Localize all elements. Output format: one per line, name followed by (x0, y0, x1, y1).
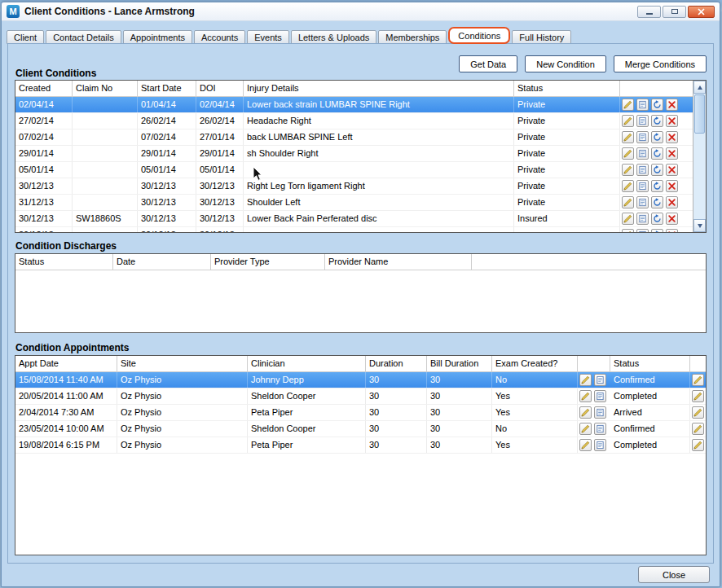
appointments-header-row: Appt DateSiteClinicianDurationBill Durat… (15, 356, 706, 372)
delete-icon[interactable] (666, 213, 678, 225)
scroll-up-button[interactable] (693, 81, 706, 94)
letter-icon[interactable] (594, 390, 606, 402)
cell-bill_duration: 30 (427, 388, 492, 404)
edit-pencil-icon[interactable] (692, 406, 704, 419)
edit-pencil-icon[interactable] (622, 164, 634, 176)
edit-pencil-icon[interactable] (692, 439, 704, 451)
edit-pencil-icon[interactable] (622, 196, 634, 208)
condition-row[interactable]: 30/12/13SW18860S30/12/1330/12/13Lower Ba… (15, 211, 693, 227)
edit-pencil-icon[interactable] (579, 423, 592, 435)
edit-pencil-icon[interactable] (622, 229, 634, 232)
condition-row[interactable]: 31/12/1330/12/1330/12/13Shoulder LeftPri… (15, 195, 693, 211)
edit-pencil-icon[interactable] (579, 439, 592, 451)
appointment-row[interactable]: 23/05/2014 10:00 AMOz PhysioSheldon Coop… (15, 421, 706, 437)
cell-appt_date: 23/05/2014 10:00 AM (15, 421, 117, 437)
edit-pencil-icon[interactable] (622, 180, 634, 192)
cell-status: Confirmed (610, 421, 690, 437)
new-condition-button[interactable]: New Condition (525, 55, 606, 72)
letter-icon[interactable] (636, 229, 649, 232)
tab-full-history[interactable]: Full History (512, 30, 571, 44)
reopen-icon[interactable] (651, 213, 663, 225)
delete-icon[interactable] (666, 99, 678, 111)
reopen-icon[interactable] (651, 147, 663, 160)
tab-conditions[interactable]: Conditions (448, 27, 510, 44)
letter-icon[interactable] (636, 115, 649, 127)
letter-icon[interactable] (594, 374, 606, 386)
edit-pencil-icon[interactable] (622, 99, 634, 111)
maximize-button[interactable] (663, 6, 686, 18)
edit-pencil-icon[interactable] (692, 390, 704, 402)
edit-pencil-icon[interactable] (579, 374, 592, 386)
cell-bill_duration: 30 (427, 405, 492, 420)
cell-created: 27/02/14 (15, 113, 73, 129)
edit-pencil-icon[interactable] (579, 406, 592, 419)
condition-row[interactable]: 30/12/1330/12/1330/12/13 (15, 227, 693, 232)
toolbar: Get Data New Condition Merge Conditions (459, 55, 707, 72)
condition-row[interactable]: 02/04/1401/04/1402/04/14Lower back strai… (15, 97, 693, 113)
delete-icon[interactable] (666, 180, 678, 192)
title-bar[interactable]: M Client Conditions - Lance Armstrong (2, 2, 720, 21)
edit-pencil-icon[interactable] (622, 213, 634, 225)
appointment-row[interactable]: 20/05/2014 11:00 AMOz PhysioSheldon Coop… (15, 388, 706, 405)
cell-duration: 30 (366, 437, 427, 453)
reopen-icon[interactable] (651, 229, 663, 232)
delete-icon[interactable] (666, 147, 678, 160)
delete-icon[interactable] (666, 115, 678, 127)
reopen-icon[interactable] (651, 164, 663, 176)
edit-pencil-icon[interactable] (622, 147, 634, 160)
tab-appointments[interactable]: Appointments (123, 30, 192, 44)
cell-status: Private (514, 97, 620, 112)
delete-icon[interactable] (666, 164, 678, 176)
reopen-icon[interactable] (651, 131, 663, 143)
condition-row[interactable]: 29/01/1429/01/1429/01/14sh Shoulder Righ… (15, 146, 693, 162)
scroll-track[interactable] (693, 94, 706, 219)
column-header-status: Status (514, 81, 620, 96)
appointment-row[interactable]: 19/08/2014 6:15 PMOz PhysioPeta Piper303… (15, 437, 706, 454)
close-window-button[interactable] (688, 6, 715, 18)
letter-icon[interactable] (594, 423, 606, 435)
tab-memberships[interactable]: Memberships (378, 30, 447, 44)
get-data-button[interactable]: Get Data (459, 55, 517, 72)
close-button[interactable]: Close (638, 566, 710, 583)
condition-row[interactable]: 30/12/1330/12/1330/12/13Right Leg Torn l… (15, 178, 693, 195)
minimize-button[interactable] (637, 6, 661, 18)
edit-pencil-icon[interactable] (579, 390, 592, 402)
letter-icon[interactable] (636, 147, 649, 160)
reopen-icon[interactable] (651, 180, 663, 192)
cell-created: 05/01/14 (15, 162, 73, 178)
edit-pencil-icon[interactable] (692, 423, 704, 435)
delete-icon[interactable] (666, 229, 678, 232)
minimize-icon (646, 13, 653, 15)
letter-icon[interactable] (594, 406, 606, 419)
tab-accounts[interactable]: Accounts (194, 30, 245, 44)
condition-row[interactable]: 07/02/1407/02/1427/01/14back LUMBAR SPIN… (15, 129, 693, 146)
reopen-icon[interactable] (651, 196, 663, 208)
letter-icon[interactable] (636, 99, 649, 111)
merge-conditions-button[interactable]: Merge Conditions (614, 55, 707, 72)
letter-icon[interactable] (636, 164, 649, 176)
edit-pencil-icon[interactable] (622, 131, 634, 143)
reopen-icon[interactable] (651, 115, 663, 127)
delete-icon[interactable] (666, 196, 678, 208)
reopen-icon[interactable] (651, 99, 663, 111)
conditions-scrollbar[interactable] (693, 81, 706, 232)
tab-letters-uploads[interactable]: Letters & Uploads (291, 30, 376, 44)
appointment-row[interactable]: 2/04/2014 7:30 AMOz PhysioPeta Piper3030… (15, 405, 706, 421)
letter-icon[interactable] (636, 180, 649, 192)
condition-row[interactable]: 27/02/1426/02/1426/02/14Headache RightPr… (15, 113, 693, 129)
tab-events[interactable]: Events (247, 30, 289, 44)
letter-icon[interactable] (636, 131, 649, 143)
letter-icon[interactable] (636, 196, 649, 208)
condition-row[interactable]: 05/01/1405/01/1405/01/14Private (15, 162, 693, 178)
scroll-thumb[interactable] (694, 94, 705, 134)
delete-icon[interactable] (666, 131, 678, 143)
cell-injury: Lower Back Pain Perferated disc (244, 211, 514, 226)
tab-client[interactable]: Client (7, 30, 44, 44)
letter-icon[interactable] (594, 439, 606, 451)
scroll-down-button[interactable] (693, 219, 706, 232)
edit-pencil-icon[interactable] (692, 374, 704, 386)
edit-pencil-icon[interactable] (622, 115, 634, 127)
letter-icon[interactable] (636, 213, 649, 225)
appointment-row[interactable]: 15/08/2014 11:40 AMOz PhysioJohnny Depp3… (15, 372, 706, 388)
tab-contact-details[interactable]: Contact Details (46, 30, 121, 44)
